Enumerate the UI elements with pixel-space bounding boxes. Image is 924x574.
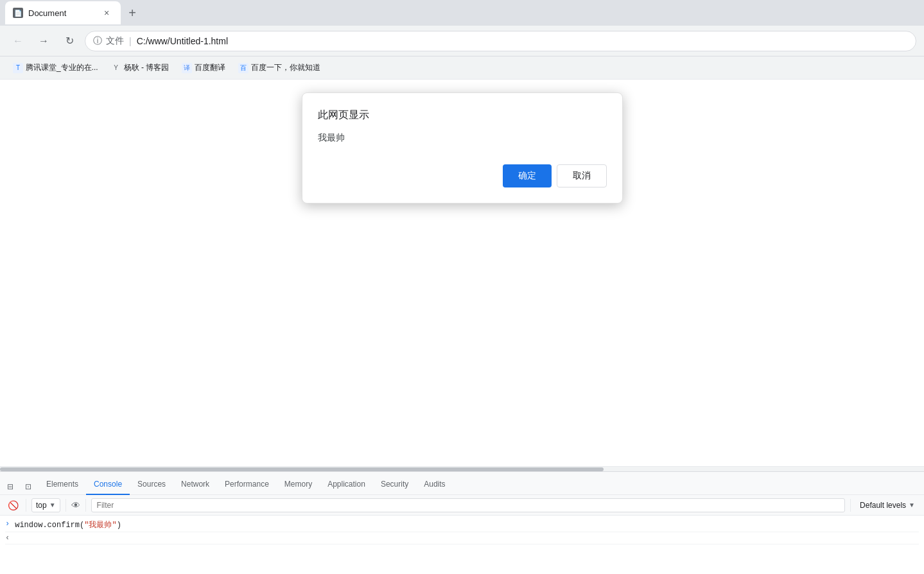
- tab-sources[interactable]: Sources: [130, 474, 173, 495]
- tab-network[interactable]: Network: [173, 474, 217, 495]
- toolbar-separator-1: [26, 499, 26, 512]
- bookmark-icon-baidu-search: 百: [238, 63, 248, 73]
- bookmark-label-yang: 杨耿 - 博客园: [124, 62, 170, 73]
- tab-console[interactable]: Console: [86, 474, 130, 495]
- devtools-dock-icon[interactable]: ⊡: [21, 479, 36, 494]
- scrollbar-thumb[interactable]: [0, 467, 604, 471]
- tab-title: Document: [28, 8, 95, 18]
- browser-tab[interactable]: 📄 Document ×: [5, 1, 121, 24]
- devtools-tab-bar: ⊟ ⊡ Elements Console Sources Network Per…: [0, 472, 924, 495]
- bookmark-label-tencent: 腾讯课堂_专业的在...: [26, 62, 98, 73]
- console-return-arrow: ‹: [5, 534, 10, 543]
- eye-filter-icon[interactable]: 👁: [71, 500, 80, 510]
- reload-button[interactable]: ↻: [59, 31, 80, 51]
- horizontal-scrollbar[interactable]: [0, 466, 924, 471]
- tab-application[interactable]: Application: [320, 474, 373, 495]
- context-selector[interactable]: top ▼: [31, 498, 60, 512]
- context-arrow-icon: ▼: [49, 501, 56, 509]
- dialog-title: 此网页显示: [318, 109, 607, 122]
- new-tab-button[interactable]: +: [123, 4, 141, 22]
- bookmark-label-baidu-trans: 百度翻译: [195, 62, 225, 73]
- bookmark-label-baidu-search: 百度一下，你就知道: [251, 62, 320, 73]
- toolbar-separator-4: [850, 499, 851, 512]
- bookmark-item-baidu-trans[interactable]: 译 百度翻译: [177, 60, 231, 76]
- dialog-confirm-button[interactable]: 确定: [503, 164, 552, 187]
- dialog-overlay: 此网页显示 我最帅 确定 取消: [0, 80, 924, 466]
- back-button[interactable]: ←: [8, 31, 28, 51]
- console-code-string: "我最帅": [84, 521, 116, 530]
- tab-close-button[interactable]: ×: [100, 6, 113, 19]
- devtools-toggle-icon[interactable]: ⊟: [3, 479, 18, 494]
- dialog-message: 我最帅: [318, 132, 607, 144]
- forward-button[interactable]: →: [33, 31, 54, 51]
- bookmark-item-yang[interactable]: Y 杨耿 - 博客园: [106, 60, 175, 76]
- url-security-icon: ⓘ: [93, 35, 102, 47]
- tab-memory[interactable]: Memory: [277, 474, 320, 495]
- context-label: top: [36, 501, 47, 510]
- url-path: C:/www/Untitled-1.html: [137, 36, 228, 46]
- devtools-panel: ⊟ ⊡ Elements Console Sources Network Per…: [0, 471, 924, 574]
- console-line-1: › window.confirm("我最帅"): [5, 518, 919, 532]
- dialog-buttons: 确定 取消: [318, 164, 607, 187]
- bookmark-item-baidu-search[interactable]: 百 百度一下，你就知道: [233, 60, 326, 76]
- bookmarks-bar: T 腾讯课堂_专业的在... Y 杨耿 - 博客园 译 百度翻译 百 百度一下，…: [0, 57, 924, 80]
- bookmark-item-tencent[interactable]: T 腾讯课堂_专业的在...: [8, 60, 103, 76]
- log-levels-selector[interactable]: Default levels ▼: [856, 500, 919, 511]
- log-levels-label: Default levels: [860, 501, 906, 510]
- toolbar-separator-2: [65, 499, 66, 512]
- tab-performance[interactable]: Performance: [217, 474, 277, 495]
- dialog-box: 此网页显示 我最帅 确定 取消: [302, 92, 623, 204]
- bookmark-icon-baidu-trans: 译: [182, 63, 192, 73]
- toolbar-separator-3: [85, 499, 86, 512]
- tab-favicon: 📄: [13, 8, 23, 18]
- console-code: window.confirm("我最帅"): [15, 519, 121, 530]
- title-bar: 📄 Document × +: [0, 0, 924, 26]
- clear-console-icon[interactable]: 🚫: [5, 498, 21, 513]
- address-bar: ← → ↻ ⓘ 文件 | C:/www/Untitled-1.html: [0, 26, 924, 57]
- url-separator: |: [129, 36, 132, 46]
- url-file-label: 文件: [106, 35, 124, 47]
- dialog-cancel-button[interactable]: 取消: [557, 164, 607, 187]
- console-input-arrow[interactable]: ›: [5, 519, 10, 528]
- bookmark-icon-tencent: T: [13, 63, 23, 73]
- console-output: › window.confirm("我最帅") ‹: [0, 516, 924, 574]
- console-code-suffix: ): [117, 521, 121, 530]
- bookmark-icon-yang: Y: [111, 63, 121, 73]
- tab-audits[interactable]: Audits: [416, 474, 453, 495]
- console-toolbar: 🚫 top ▼ 👁 Default levels ▼: [0, 495, 924, 516]
- tab-elements[interactable]: Elements: [39, 474, 86, 495]
- console-filter-input[interactable]: [91, 498, 845, 512]
- tab-security[interactable]: Security: [373, 474, 416, 495]
- console-line-2: ‹: [5, 532, 919, 544]
- page-content: 此网页显示 我最帅 确定 取消: [0, 80, 924, 466]
- console-code-prefix: window.confirm(: [15, 521, 84, 530]
- devtools-left-icons: ⊟ ⊡: [3, 479, 36, 494]
- log-levels-arrow-icon: ▼: [909, 501, 915, 509]
- url-bar[interactable]: ⓘ 文件 | C:/www/Untitled-1.html: [85, 31, 916, 51]
